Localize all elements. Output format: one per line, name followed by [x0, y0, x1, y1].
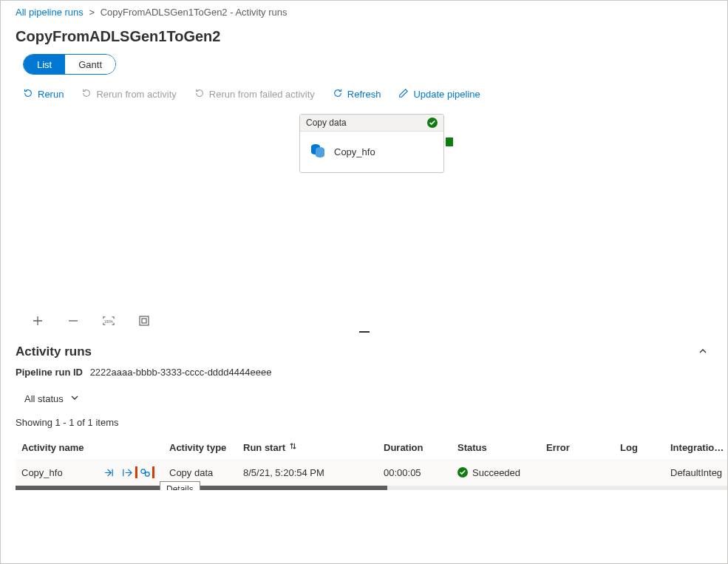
collapse-section-button[interactable] [698, 346, 708, 359]
activity-runs-title: Activity runs [16, 344, 92, 359]
activity-name-label: Copy_hfo [334, 146, 375, 157]
col-header-type[interactable]: Activity type [163, 442, 237, 453]
pipeline-run-id: Pipeline run ID 2222aaaa-bbbb-3333-cccc-… [1, 362, 727, 388]
svg-rect-3 [140, 316, 149, 325]
rerun-from-failed-icon [194, 88, 205, 101]
activity-runs-table: Activity name Activity type Run start Du… [16, 435, 727, 490]
zoom-in-button[interactable] [30, 313, 45, 328]
view-toggle: List Gantt [23, 54, 116, 75]
status-success-icon [457, 467, 468, 478]
cell-integration: DefaultInteg [664, 467, 727, 478]
success-check-icon [427, 118, 438, 128]
col-header-start[interactable]: Run start [237, 441, 378, 453]
rerun-from-activity-button: Rerun from activity [81, 88, 176, 101]
details-button[interactable] [139, 466, 151, 478]
activity-type-label: Copy data [306, 118, 347, 128]
col-header-duration[interactable]: Duration [378, 442, 452, 453]
col-header-name[interactable]: Activity name [16, 442, 163, 453]
zoom-100-button[interactable]: 100% [101, 313, 116, 328]
zoom-out-button[interactable] [66, 313, 81, 328]
status-filter-label: All status [24, 393, 64, 404]
refresh-button[interactable]: Refresh [333, 88, 381, 101]
view-toggle-gantt[interactable]: Gantt [65, 55, 115, 74]
breadcrumb-separator: > [89, 7, 95, 18]
col-header-integration[interactable]: Integration r [664, 442, 727, 453]
canvas-controls: 100% [30, 313, 152, 328]
refresh-icon [333, 88, 343, 101]
refresh-label: Refresh [347, 89, 381, 100]
toolbar: Rerun Rerun from activity Rerun from fai… [1, 85, 727, 106]
col-header-status[interactable]: Status [452, 442, 540, 453]
svg-text:100%: 100% [104, 320, 112, 324]
rerun-label: Rerun [38, 89, 64, 100]
pipeline-run-id-value: 2222aaaa-bbbb-3333-cccc-dddd4444eeee [90, 367, 272, 378]
input-button[interactable] [103, 466, 115, 478]
svg-rect-4 [142, 319, 146, 323]
pipeline-canvas[interactable]: Copy data Copy_hfo 100% [1, 106, 727, 328]
col-header-start-label: Run start [243, 442, 285, 453]
rerun-button[interactable]: Rerun [23, 88, 64, 101]
update-pipeline-label: Update pipeline [413, 89, 480, 100]
cell-status: Succeeded [472, 467, 520, 478]
cell-activity-type: Copy data [163, 467, 237, 478]
table-row[interactable]: Copy_hfo Copy data 8/5/21, 5:20:54 PM 00… [16, 459, 727, 486]
rerun-from-activity-icon [81, 88, 92, 101]
pipeline-run-id-label: Pipeline run ID [16, 367, 83, 378]
rerun-icon [23, 88, 33, 101]
col-header-error[interactable]: Error [540, 442, 614, 453]
output-button[interactable] [120, 466, 132, 478]
rerun-from-activity-label: Rerun from activity [96, 89, 176, 100]
fit-screen-button[interactable] [137, 313, 152, 328]
table-header-row: Activity name Activity type Run start Du… [16, 435, 727, 459]
activity-success-handle[interactable] [446, 137, 453, 146]
edit-icon [398, 88, 409, 101]
page-title: CopyFromADLSGen1ToGen2 [1, 22, 727, 54]
horizontal-scrollbar-track[interactable] [16, 486, 727, 490]
details-highlight-box [135, 466, 154, 478]
breadcrumb: All pipeline runs > CopyFromADLSGen1ToGe… [1, 1, 727, 22]
breadcrumb-root-link[interactable]: All pipeline runs [16, 7, 84, 18]
cell-run-start: 8/5/21, 5:20:54 PM [237, 467, 378, 478]
chevron-down-icon [69, 393, 80, 405]
showing-count: Showing 1 - 1 of 1 items [1, 417, 727, 435]
status-filter-dropdown[interactable]: All status [17, 388, 87, 410]
rerun-from-failed-label: Rerun from failed activity [209, 89, 315, 100]
breadcrumb-current: CopyFromADLSGen1ToGen2 - Activity runs [101, 7, 288, 18]
cell-duration: 00:00:05 [378, 467, 452, 478]
copy-data-icon [309, 142, 327, 162]
horizontal-scrollbar-thumb[interactable] [16, 486, 387, 490]
rerun-from-failed-button: Rerun from failed activity [194, 88, 315, 101]
activity-node[interactable]: Copy data Copy_hfo [299, 114, 444, 173]
view-toggle-list[interactable]: List [24, 55, 65, 74]
details-tooltip: Details [160, 481, 200, 490]
col-header-log[interactable]: Log [614, 442, 664, 453]
cell-activity-name: Copy_hfo [21, 467, 63, 478]
update-pipeline-button[interactable]: Update pipeline [398, 88, 480, 101]
sort-icon [288, 441, 298, 453]
